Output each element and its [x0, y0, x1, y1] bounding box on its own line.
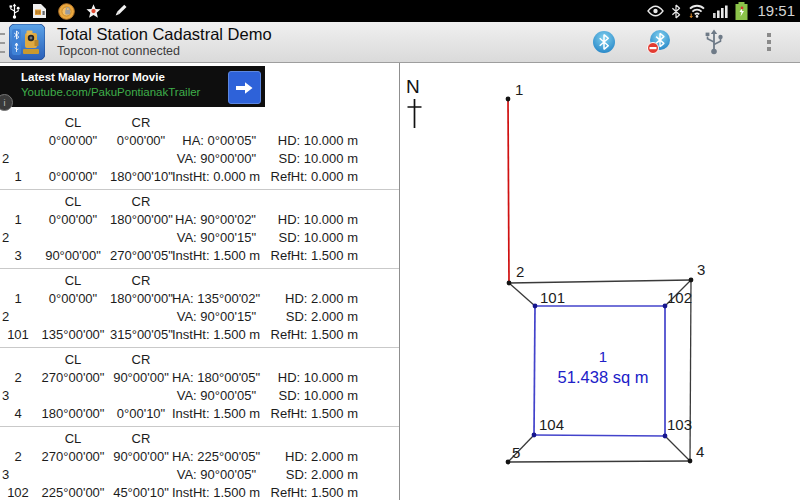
cell-point	[0, 132, 36, 150]
status-bar-right: 19:51	[647, 0, 800, 22]
cell-cr: 90°00'00"	[110, 448, 172, 466]
cell-cl: 270°00'00"	[36, 448, 110, 466]
sim-card-icon	[32, 3, 47, 19]
col-header-cl: CL	[36, 430, 110, 448]
cell-hd: HD: 2.000 m	[256, 290, 358, 308]
observation-row: 0°00'00" 0°00'00" HA: 0°00'05" HD: 10.00…	[0, 132, 399, 150]
cell-station: 2	[0, 308, 36, 326]
observation-block[interactable]: CL CR 1 0°00'00" 180°00'00" HA: 135°00'0…	[0, 269, 399, 348]
cell-cr: 180°00'00"	[110, 290, 172, 308]
coin-app-icon	[58, 3, 75, 20]
status-time: 19:51	[757, 0, 795, 22]
usb-icon[interactable]	[701, 29, 727, 55]
cell-va: VA: 90°00'00"	[172, 150, 256, 168]
cell-station: 2	[0, 229, 36, 247]
bluetooth-icon	[671, 4, 681, 19]
cell-ha: HA: 135°00'02"	[172, 290, 256, 308]
parcel-area: 51.438 sq m	[528, 367, 678, 387]
cell-cr: 0°00'10"	[110, 405, 172, 423]
cell-point: 1	[0, 290, 36, 308]
cell-cl: 180°00'00"	[36, 405, 110, 423]
cell-cr: 180°00'10"	[110, 168, 172, 186]
observation-block[interactable]: CL CR 2 270°00'00" 90°00'00" HA: 180°00'…	[0, 348, 399, 427]
action-bar-actions	[591, 22, 782, 62]
observation-header: CL CR	[0, 272, 399, 290]
cell-hd: HD: 10.000 m	[256, 369, 358, 387]
observation-row: 2 270°00'00" 90°00'00" HA: 225°00'05" HD…	[0, 448, 399, 466]
cell-sd: SD: 2.000 m	[256, 466, 358, 484]
cell-cr: 180°00'00"	[110, 211, 172, 229]
cell-ha: HA: 90°00'02"	[172, 211, 256, 229]
bluetooth-enabled-icon[interactable]	[591, 29, 617, 55]
cell-point: 1	[0, 168, 36, 186]
cell-cl: 270°00'00"	[36, 369, 110, 387]
cell-hd: HD: 10.000 m	[256, 132, 358, 150]
app-icon[interactable]	[9, 24, 45, 60]
connection-status: Topcon-not connected	[57, 44, 272, 59]
observation-header: CL CR	[0, 114, 399, 132]
svg-text:101: 101	[540, 289, 565, 306]
pencil-icon	[112, 3, 128, 19]
drawer-handle-icon[interactable]	[0, 33, 6, 53]
cell-point: 3	[0, 247, 36, 265]
svg-text:1: 1	[515, 81, 523, 98]
ad-url[interactable]: Youtube.com/PakuPontianakTrailer	[21, 86, 200, 98]
cell-cl: 225°00'00"	[36, 484, 110, 500]
cell-ha: HA: 0°00'05"	[172, 132, 256, 150]
cell-cr: 0°00'00"	[110, 132, 172, 150]
cell-instht: InstHt: 1.500 m	[172, 326, 256, 344]
observation-block[interactable]: CL CR 0°00'00" 0°00'00" HA: 0°00'05" HD:…	[0, 111, 399, 190]
cell-va: VA: 90°00'05"	[172, 387, 256, 405]
cell-refht: RefHt: 0.000 m	[256, 168, 358, 186]
cell-cl: 0°00'00"	[36, 132, 110, 150]
observation-row: 2 VA: 90°00'15" SD: 2.000 m	[0, 308, 399, 326]
arrow-right-icon	[236, 81, 253, 95]
usb-icon	[8, 3, 21, 19]
ad-cta-button[interactable]	[228, 71, 261, 104]
observation-row: 1 0°00'00" 180°00'10" InstHt: 0.000 m Re…	[0, 168, 399, 186]
cell-hd: HD: 2.000 m	[256, 448, 358, 466]
cell-refht: RefHt: 1.500 m	[256, 247, 358, 265]
observation-row: 3 90°00'00" 270°00'05" InstHt: 1.500 m R…	[0, 247, 399, 265]
wifi-icon	[688, 4, 706, 19]
cell-va: VA: 90°00'05"	[172, 466, 256, 484]
col-header-cl: CL	[36, 272, 110, 290]
signal-strength-icon	[713, 4, 728, 18]
cell-va: VA: 90°00'15"	[172, 229, 256, 247]
observation-block[interactable]: CL CR 2 270°00'00" 90°00'00" HA: 225°00'…	[0, 427, 399, 500]
col-header-cr: CR	[110, 193, 172, 211]
cell-refht: RefHt: 1.500 m	[256, 484, 358, 500]
cell-point: 102	[0, 484, 36, 500]
cell-ha: HA: 225°00'05"	[172, 448, 256, 466]
cell-sd: SD: 10.000 m	[256, 150, 358, 168]
plot-panel[interactable]: 12345101102103104 N 1 51.438 sq m	[400, 63, 800, 500]
star-icon	[86, 4, 101, 19]
col-header-cr: CR	[110, 351, 172, 369]
cell-hd: HD: 10.000 m	[256, 211, 358, 229]
cell-cl: 0°00'00"	[36, 168, 110, 186]
observation-row: 2 VA: 90°00'00" SD: 10.000 m	[0, 150, 399, 168]
parcel-id: 1	[528, 347, 678, 367]
survey-plot[interactable]: 12345101102103104	[400, 63, 800, 500]
action-bar: Total Station Cadastral Demo Topcon-not …	[0, 22, 800, 63]
overflow-menu-icon[interactable]	[756, 29, 782, 55]
eye-icon	[647, 5, 664, 17]
cell-cr: 45°00'10"	[110, 484, 172, 500]
observation-row: 101 135°00'00" 315°00'05" InstHt: 1.500 …	[0, 326, 399, 344]
parcel-area-label: 1 51.438 sq m	[528, 347, 678, 387]
svg-text:102: 102	[667, 289, 692, 306]
ad-banner[interactable]: Latest Malay Horror Movie Youtube.com/Pa…	[0, 66, 265, 107]
ad-info-icon[interactable]: i	[0, 94, 13, 111]
observation-row: 2 270°00'00" 90°00'00" HA: 180°00'05" HD…	[0, 369, 399, 387]
col-header-cr: CR	[110, 114, 172, 132]
observation-row: 1 0°00'00" 180°00'00" HA: 135°00'02" HD:…	[0, 290, 399, 308]
observation-header: CL CR	[0, 193, 399, 211]
north-label: N	[406, 76, 420, 98]
observation-block[interactable]: CL CR 1 0°00'00" 180°00'00" HA: 90°00'02…	[0, 190, 399, 269]
status-bar-left	[0, 0, 128, 22]
cell-point: 101	[0, 326, 36, 344]
cell-ha: HA: 180°00'05"	[172, 369, 256, 387]
bluetooth-disabled-icon[interactable]	[646, 29, 672, 55]
observation-row: 102 225°00'00" 45°00'10" InstHt: 1.500 m…	[0, 484, 399, 500]
cell-instht: InstHt: 1.500 m	[172, 484, 256, 500]
